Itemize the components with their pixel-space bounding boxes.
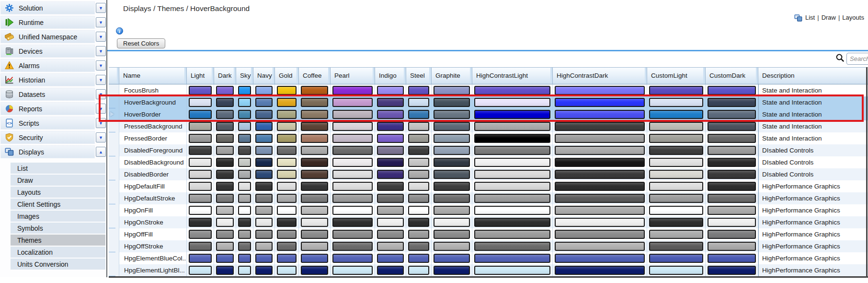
color-swatch[interactable] — [238, 86, 251, 95]
view-link-list[interactable]: List — [805, 14, 815, 21]
color-swatch[interactable] — [708, 110, 756, 119]
color-swatch[interactable] — [434, 242, 470, 251]
color-swatch[interactable] — [332, 218, 373, 227]
color-swatch[interactable] — [434, 134, 470, 143]
color-swatch[interactable] — [434, 122, 470, 131]
column-header-customlight[interactable]: CustomLight — [647, 67, 706, 84]
column-header-highcontrastdark[interactable]: HighContrastDark — [553, 67, 647, 84]
table-row-hpgonstroke[interactable]: HpgOnStrokeHighPerformance Graphics — [109, 216, 868, 228]
color-swatch[interactable] — [474, 110, 550, 119]
expand-button-historian[interactable]: ▼ — [96, 75, 106, 85]
color-swatch[interactable] — [377, 110, 404, 119]
sidebar-item-security[interactable]: Security — [0, 131, 95, 144]
color-swatch[interactable] — [255, 194, 273, 203]
color-swatch[interactable] — [649, 158, 703, 167]
color-swatch[interactable] — [555, 86, 645, 95]
color-swatch[interactable] — [434, 254, 470, 263]
color-swatch[interactable] — [255, 242, 273, 251]
color-swatch[interactable] — [216, 134, 234, 143]
color-swatch[interactable] — [332, 146, 373, 155]
color-swatch[interactable] — [649, 242, 703, 251]
table-row-hoverborder[interactable]: HoverBorderState and Interaction — [109, 108, 868, 120]
color-swatch[interactable] — [189, 182, 212, 191]
color-swatch[interactable] — [189, 254, 212, 263]
color-swatch[interactable] — [555, 242, 645, 251]
expand-button-datasets[interactable]: ▼ — [96, 89, 106, 99]
column-header-graphite[interactable]: Graphite — [432, 67, 472, 84]
color-swatch[interactable] — [408, 254, 429, 263]
column-header-description[interactable]: Description — [758, 67, 868, 84]
color-swatch[interactable] — [216, 170, 234, 179]
color-swatch[interactable] — [332, 254, 373, 263]
color-swatch[interactable] — [301, 122, 328, 131]
color-swatch[interactable] — [708, 266, 756, 275]
color-swatch[interactable] — [189, 266, 212, 275]
sidebar-subitem-layouts[interactable]: Layouts — [11, 187, 105, 198]
sidebar-item-devices[interactable]: Devices — [0, 45, 95, 58]
color-swatch[interactable] — [255, 146, 273, 155]
color-swatch[interactable] — [216, 110, 234, 119]
color-swatch[interactable] — [189, 134, 212, 143]
color-swatch[interactable] — [189, 218, 212, 227]
color-swatch[interactable] — [555, 266, 645, 275]
color-swatch[interactable] — [301, 86, 328, 95]
color-swatch[interactable] — [708, 146, 756, 155]
color-swatch[interactable] — [474, 122, 550, 131]
color-swatch[interactable] — [277, 122, 297, 131]
color-swatch[interactable] — [332, 158, 373, 167]
color-swatch[interactable] — [189, 122, 212, 131]
color-swatch[interactable] — [474, 206, 550, 215]
color-swatch[interactable] — [555, 218, 645, 227]
color-swatch[interactable] — [189, 110, 212, 119]
color-swatch[interactable] — [255, 122, 273, 131]
color-swatch[interactable] — [216, 266, 234, 275]
color-swatch[interactable] — [555, 158, 645, 167]
color-swatch[interactable] — [216, 182, 234, 191]
table-row-hpgonfill[interactable]: HpgOnFillHighPerformance Graphics — [109, 204, 868, 216]
color-swatch[interactable] — [474, 218, 550, 227]
color-swatch[interactable] — [408, 170, 429, 179]
color-swatch[interactable] — [649, 254, 703, 263]
column-header-highcontrastlight[interactable]: HighContrastLight — [472, 67, 553, 84]
column-header-light[interactable]: Light — [187, 67, 214, 84]
color-swatch[interactable] — [708, 254, 756, 263]
sidebar-subitem-client-settings[interactable]: Client Settings — [11, 199, 105, 210]
sidebar-subitem-images[interactable]: Images — [11, 211, 105, 222]
color-swatch[interactable] — [555, 110, 645, 119]
color-swatch[interactable] — [189, 98, 212, 107]
color-swatch[interactable] — [255, 182, 273, 191]
color-swatch[interactable] — [277, 110, 297, 119]
color-swatch[interactable] — [649, 122, 703, 131]
expand-button-devices[interactable]: ▼ — [96, 46, 106, 56]
color-swatch[interactable] — [434, 230, 470, 239]
column-header-dark[interactable]: Dark — [214, 67, 236, 84]
color-swatch[interactable] — [332, 242, 373, 251]
table-row-pressedborder[interactable]: PressedBorderState and Interaction — [109, 132, 868, 144]
color-swatch[interactable] — [708, 242, 756, 251]
color-swatch[interactable] — [377, 170, 404, 179]
color-swatch[interactable] — [377, 254, 404, 263]
color-swatch[interactable] — [408, 110, 429, 119]
color-swatch[interactable] — [708, 206, 756, 215]
color-swatch[interactable] — [474, 146, 550, 155]
table-row-hoverbackground[interactable]: HoverBackgroundState and Interaction — [109, 96, 868, 108]
color-swatch[interactable] — [474, 158, 550, 167]
color-swatch[interactable] — [255, 110, 273, 119]
color-swatch[interactable] — [408, 230, 429, 239]
column-header-steel[interactable]: Steel — [406, 67, 432, 84]
color-swatch[interactable] — [434, 158, 470, 167]
color-swatch[interactable] — [277, 242, 297, 251]
color-swatch[interactable] — [377, 182, 404, 191]
sidebar-item-solution[interactable]: Solution — [0, 1, 95, 14]
color-swatch[interactable] — [277, 134, 297, 143]
color-swatch[interactable] — [277, 218, 297, 227]
color-swatch[interactable] — [332, 266, 373, 275]
color-swatch[interactable] — [708, 218, 756, 227]
color-swatch[interactable] — [555, 230, 645, 239]
color-swatch[interactable] — [474, 86, 550, 95]
color-swatch[interactable] — [277, 254, 297, 263]
color-swatch[interactable] — [474, 134, 550, 143]
color-swatch[interactable] — [708, 122, 756, 131]
color-swatch[interactable] — [408, 218, 429, 227]
color-swatch[interactable] — [332, 110, 373, 119]
